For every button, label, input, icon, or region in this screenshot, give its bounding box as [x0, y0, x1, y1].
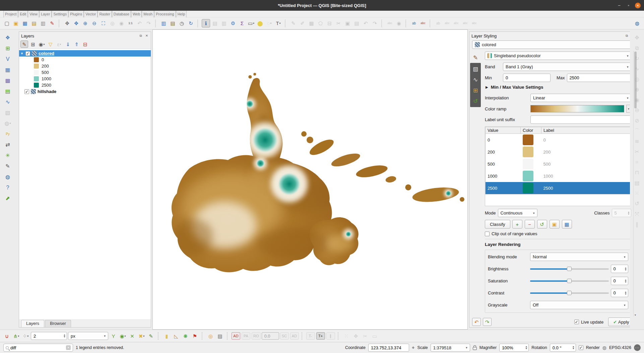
zoom-last-icon[interactable]: ↶ — [135, 19, 144, 27]
zoom-in-icon[interactable]: ⊕ — [81, 19, 89, 27]
styling-layer-select[interactable]: colored ▾ — [472, 40, 634, 49]
layout-manager-icon[interactable]: ▥ — [39, 19, 47, 27]
pause-badge[interactable]: ∥ — [326, 332, 335, 340]
redo-icon[interactable]: ↷ — [371, 19, 379, 27]
magnifier-input[interactable] — [499, 344, 529, 352]
tab-transparency[interactable]: ▧ — [470, 64, 481, 74]
spinner-arrows-icon[interactable]: ▲▼ — [572, 346, 575, 350]
annotation-tool-icon[interactable]: ✎ — [4, 162, 12, 170]
render-checkbox[interactable]: ✓ — [579, 345, 583, 350]
spinner-arrows-icon[interactable]: ▲▼ — [63, 334, 66, 338]
move-feature-icon[interactable]: ✥ — [633, 33, 641, 42]
clear-search-icon[interactable]: ✕ — [66, 345, 71, 350]
delete-ring-icon[interactable]: ⊖ — [633, 106, 641, 114]
copy-move-feature-icon[interactable]: ⧉ — [633, 44, 641, 52]
add-point-cloud-layer-icon[interactable]: ∿ — [4, 98, 12, 106]
add-vector-layer-icon[interactable]: V — [4, 55, 12, 63]
messages-icon[interactable]: ··· — [634, 344, 641, 351]
color-swatch[interactable] — [523, 171, 533, 181]
maximize-button[interactable]: ▫ — [626, 2, 632, 8]
expand-all-icon[interactable]: ⇓ — [64, 40, 72, 48]
zoom-native-icon[interactable]: 1:1 — [126, 19, 135, 27]
cut-features-icon[interactable]: ✂ — [334, 19, 343, 27]
offset-point-symbol-icon[interactable]: ⤧ — [633, 210, 641, 218]
change-label-icon[interactable]: abc — [461, 19, 469, 27]
trim-extend-icon[interactable]: ∥ — [633, 220, 641, 229]
menu-edit[interactable]: Edit — [18, 10, 28, 18]
delete-part-icon[interactable]: ⊘ — [633, 116, 641, 125]
locator-input[interactable] — [10, 345, 64, 350]
metasearch-icon[interactable]: ◍ — [633, 19, 641, 27]
temporal-controller-icon[interactable]: ◷ — [178, 19, 186, 27]
manage-map-themes-icon[interactable]: ◉▾ — [38, 40, 46, 48]
current-edits-icon[interactable]: ✎ — [289, 19, 298, 27]
stream-digitizing-icon[interactable]: ✖▾ — [137, 332, 146, 340]
enable-tracing-icon[interactable]: Y — [109, 332, 118, 340]
add-mesh-layer-icon[interactable]: ▩ — [4, 76, 12, 85]
spinner-arrows-icon[interactable]: ▲▼ — [625, 267, 627, 271]
rotate-point-symbols-icon[interactable]: ↺ — [633, 199, 641, 208]
load-color-map-icon[interactable]: ▣ — [550, 220, 560, 229]
refresh-map-icon[interactable]: ↻ — [187, 19, 195, 27]
text-annotation-icon[interactable]: T▾ — [274, 19, 282, 27]
tab-history[interactable]: ↺ — [470, 96, 481, 106]
pan-map-icon[interactable]: ✥ — [63, 19, 71, 27]
color-swatch[interactable] — [523, 159, 533, 169]
layer-item-colored[interactable]: ▼ ✓ colored — [19, 50, 151, 57]
brightness-slider[interactable] — [530, 268, 609, 270]
new-geopackage-layer-icon[interactable]: ⊞ — [4, 44, 12, 53]
layer-name[interactable]: hillshade — [38, 89, 56, 94]
menu-vector[interactable]: Vector — [84, 10, 98, 18]
menu-web[interactable]: Web — [131, 10, 142, 18]
table-row[interactable]: 500 500 — [486, 158, 631, 170]
add-ring-icon[interactable]: ◎ — [633, 75, 641, 83]
band-select[interactable]: Band 1 (Gray) ▾ — [503, 63, 631, 71]
save-edits-icon[interactable]: ▦ — [307, 19, 316, 27]
add-part-icon[interactable]: ⊕ — [633, 85, 641, 94]
menu-raster[interactable]: Raster — [98, 10, 112, 18]
vertex-gray-icon[interactable]: ⁙ — [342, 332, 351, 340]
collapse-all-icon[interactable]: ⇑ — [73, 40, 80, 48]
cad-parallel-badge[interactable]: PA — [242, 332, 250, 340]
cad-angle-input[interactable] — [262, 332, 279, 340]
snap-tolerance-input[interactable] — [31, 332, 67, 340]
layer-item-hillshade[interactable]: ✓ hillshade — [19, 88, 151, 95]
topological-editing-icon[interactable]: ⁘▾ — [21, 332, 30, 340]
geocoder-icon[interactable]: ◌▾ — [265, 19, 273, 27]
data-source-manager-icon[interactable]: ❖ — [4, 33, 12, 42]
lock-icon[interactable] — [473, 347, 477, 350]
fill-ring-icon[interactable]: ◉ — [633, 96, 641, 104]
new-virtual-layer-icon[interactable]: ⬈ — [4, 194, 12, 202]
tab-layers[interactable]: Layers — [21, 320, 44, 327]
text-larger-badge[interactable]: T+ — [316, 332, 325, 340]
open-project-icon[interactable]: ▣ — [12, 19, 20, 27]
add-raster-layer-icon[interactable]: ▦ — [4, 66, 12, 74]
style-manager-icon[interactable]: ✎ — [48, 19, 56, 27]
clip-checkbox[interactable] — [485, 232, 490, 236]
paste-features-icon[interactable]: ▤ — [352, 19, 361, 27]
zoom-full-icon[interactable]: ⛶ — [99, 19, 108, 27]
vertex-editor-icon[interactable]: ✎ — [147, 332, 155, 340]
raster-edit-icon[interactable]: ▨ — [216, 332, 224, 340]
locator-search[interactable]: ✕ — [3, 344, 73, 352]
grayscale-select[interactable]: Off ▾ — [530, 301, 628, 309]
menu-view[interactable]: View — [28, 10, 39, 18]
layer-visibility-checkbox[interactable]: ✓ — [25, 51, 30, 56]
gps-toolbar-icon[interactable]: ❋ — [181, 332, 190, 340]
filter-by-expression-icon[interactable]: ε▾ — [55, 40, 63, 48]
col-value[interactable]: Value — [486, 127, 521, 134]
processing-provider-icon[interactable]: ✳ — [4, 151, 12, 160]
new-project-icon[interactable]: ▢ — [3, 19, 11, 27]
max-input[interactable] — [567, 74, 631, 82]
add-group-icon[interactable]: ⊞ — [29, 40, 37, 48]
expander-icon[interactable]: ▼ — [20, 52, 24, 55]
menu-database[interactable]: Database — [112, 10, 131, 18]
float-panel-icon[interactable]: ⧉ — [625, 34, 629, 38]
reshape-features-icon[interactable]: ⌒ — [633, 127, 641, 135]
new-print-layout-icon[interactable]: ▤ — [30, 19, 38, 27]
minimize-button[interactable]: – — [616, 2, 622, 8]
python-console-icon[interactable]: Py — [4, 130, 12, 138]
move-gray-icon[interactable]: ✥ — [352, 332, 360, 340]
zoom-to-layer-icon[interactable]: ◉ — [117, 19, 126, 27]
close-button[interactable]: ✕ — [635, 3, 641, 8]
